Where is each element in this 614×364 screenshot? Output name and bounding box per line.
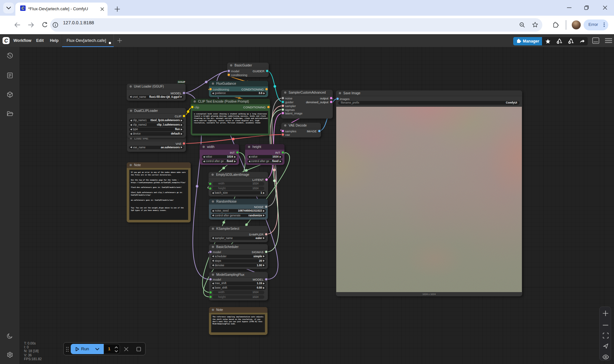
svg-text:C: C (21, 6, 25, 11)
svg-text:C: C (4, 38, 8, 43)
